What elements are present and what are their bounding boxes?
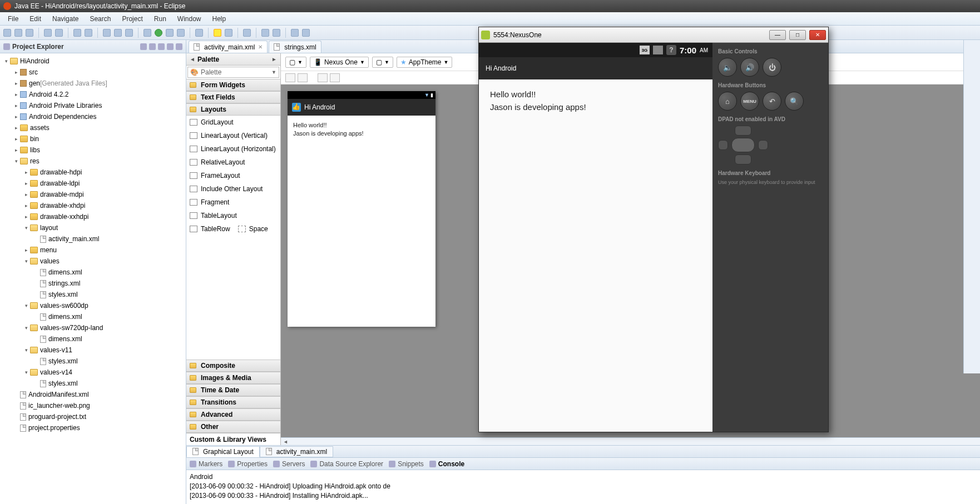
- expand-icon[interactable]: ▸: [13, 114, 19, 119]
- dpad-down[interactable]: [735, 154, 751, 164]
- expand-icon[interactable]: ▸: [23, 203, 29, 208]
- expand-icon[interactable]: ▸: [23, 247, 29, 253]
- power-button[interactable]: ⏻: [763, 58, 781, 77]
- menu-file[interactable]: File: [2, 14, 24, 24]
- collapse-all-icon[interactable]: [140, 43, 147, 50]
- expand-icon[interactable]: ▸: [23, 214, 29, 219]
- editor-tab[interactable]: activity_main.xml✕: [189, 41, 268, 53]
- mode-btn-1[interactable]: [285, 73, 295, 82]
- debug-step-button[interactable]: [103, 29, 111, 37]
- expand-icon[interactable]: ▸: [13, 92, 19, 97]
- expand-icon[interactable]: ▾: [23, 225, 29, 231]
- tree-item[interactable]: ▸Android Private Libraries: [0, 100, 186, 111]
- config-dropdown[interactable]: ▢ ▼: [285, 57, 306, 68]
- tree-item[interactable]: ▸drawable-ldpi: [0, 178, 186, 189]
- tree-item[interactable]: ▸bin: [0, 133, 186, 144]
- maximize-icon[interactable]: [176, 43, 182, 50]
- tree-item[interactable]: dimens.xml: [0, 311, 186, 322]
- tree-item[interactable]: ▸src: [0, 67, 186, 78]
- palette-item[interactable]: Space: [249, 225, 268, 233]
- home-button[interactable]: ⌂: [718, 92, 737, 111]
- tree-item[interactable]: ▸Android 4.2.2: [0, 89, 186, 100]
- view-tab-markers[interactable]: Markers: [190, 460, 222, 468]
- expand-icon[interactable]: [33, 314, 39, 320]
- emulator-titlebar[interactable]: 5554:NexusOne — □ ✕: [479, 27, 828, 43]
- editor-tab[interactable]: strings.xml: [269, 41, 321, 53]
- menu-window[interactable]: Window: [172, 14, 207, 24]
- expand-icon[interactable]: ▸: [13, 136, 19, 142]
- lint-button[interactable]: [73, 29, 81, 37]
- expand-icon[interactable]: [33, 292, 39, 297]
- palette-item[interactable]: LinearLayout (Vertical): [186, 129, 280, 142]
- palette-item[interactable]: Include Other Layout: [186, 182, 280, 196]
- palette-item[interactable]: TableLayout: [186, 209, 280, 222]
- annotation-button[interactable]: [261, 29, 269, 37]
- tree-item[interactable]: strings.xml: [0, 278, 186, 289]
- tree-project-root[interactable]: ▾ HiAndroid: [0, 56, 186, 67]
- preview-body[interactable]: Hello world!! Jason is developing apps!: [288, 116, 435, 327]
- orientation-dropdown[interactable]: ▢ ▼: [372, 57, 393, 68]
- link-editor-icon[interactable]: [149, 43, 156, 50]
- palette-category[interactable]: Custom & Library Views: [186, 433, 280, 445]
- palette-category[interactable]: Layouts: [186, 103, 280, 116]
- expand-icon[interactable]: ▾: [23, 370, 29, 375]
- run-button[interactable]: [155, 29, 162, 37]
- tree-item[interactable]: ▾res: [0, 156, 186, 167]
- close-button[interactable]: ✕: [809, 30, 826, 40]
- minimize-button[interactable]: —: [769, 30, 786, 40]
- editor-mode-tab[interactable]: activity_main.xml: [260, 446, 333, 457]
- tree-item[interactable]: ▸gen [Generated Java Files]: [0, 78, 186, 89]
- tree-item[interactable]: ▸libs: [0, 144, 186, 156]
- expand-icon[interactable]: ▸: [13, 147, 19, 153]
- palette-fwd-icon[interactable]: ►: [271, 56, 277, 62]
- tree-item[interactable]: ▾values-v14: [0, 367, 186, 378]
- device-dropdown[interactable]: 📱 Nexus One ▼: [310, 57, 369, 68]
- maximize-button[interactable]: □: [789, 30, 806, 40]
- expand-icon[interactable]: [33, 270, 39, 275]
- tree-item[interactable]: project.properties: [0, 422, 186, 433]
- palette-item[interactable]: FrameLayout: [186, 169, 280, 182]
- avd-manager-button[interactable]: [55, 29, 63, 37]
- dropdown-icon[interactable]: ▼: [271, 69, 276, 75]
- tree-item[interactable]: ▾values-v11: [0, 345, 186, 356]
- close-tab-icon[interactable]: ✕: [258, 44, 263, 50]
- dpad-left[interactable]: [718, 140, 728, 150]
- view-tab-snippets[interactable]: Snippets: [389, 460, 424, 468]
- tree-item[interactable]: ▸assets: [0, 122, 186, 133]
- expand-icon[interactable]: ▾: [23, 303, 29, 308]
- palette-search[interactable]: 🎨 Palette ▼: [187, 67, 279, 78]
- tree-item[interactable]: ▸menu: [0, 244, 186, 256]
- tree-item[interactable]: ic_launcher-web.png: [0, 400, 186, 411]
- search-button[interactable]: [243, 29, 251, 37]
- nav-fwd-button[interactable]: [302, 29, 310, 37]
- expand-icon[interactable]: [33, 358, 39, 364]
- dpad-center[interactable]: [731, 138, 755, 152]
- new-package-button[interactable]: [214, 29, 221, 37]
- menu-button[interactable]: MENU: [740, 92, 759, 111]
- mode-btn-4[interactable]: [330, 73, 340, 82]
- expand-icon[interactable]: [33, 281, 39, 286]
- expand-icon[interactable]: ▸: [23, 169, 29, 175]
- expand-icon[interactable]: ▸: [13, 125, 19, 131]
- device-preview[interactable]: ▼ ▮ 👍 Hi Android Hello world!! Jason is …: [288, 91, 435, 327]
- palette-category[interactable]: Text Fields: [186, 91, 280, 103]
- tree-item[interactable]: AndroidManifest.xml: [0, 389, 186, 400]
- menu-run[interactable]: Run: [149, 14, 172, 24]
- volume-up-button[interactable]: 🔊: [740, 58, 759, 77]
- search-hw-button[interactable]: 🔍: [785, 92, 804, 111]
- tree-item[interactable]: ▾values: [0, 256, 186, 267]
- view-tab-console[interactable]: Console: [429, 460, 464, 468]
- palette-category[interactable]: Form Widgets: [186, 79, 280, 91]
- tree-item[interactable]: ▾layout: [0, 222, 186, 233]
- expand-icon[interactable]: ▾: [13, 158, 19, 164]
- android-content[interactable]: Hello world!! Jason is developing apps!: [479, 79, 712, 432]
- expand-icon[interactable]: ▸: [13, 81, 19, 86]
- external-tools-button[interactable]: [177, 29, 185, 37]
- new-project-button[interactable]: [85, 29, 92, 37]
- expand-icon[interactable]: [13, 392, 19, 397]
- menu-edit[interactable]: Edit: [24, 14, 47, 24]
- save-all-button[interactable]: [26, 29, 33, 37]
- expand-icon[interactable]: ▾: [23, 258, 29, 264]
- palette-item[interactable]: LinearLayout (Horizontal): [186, 142, 280, 156]
- tree-item[interactable]: styles.xml: [0, 356, 186, 367]
